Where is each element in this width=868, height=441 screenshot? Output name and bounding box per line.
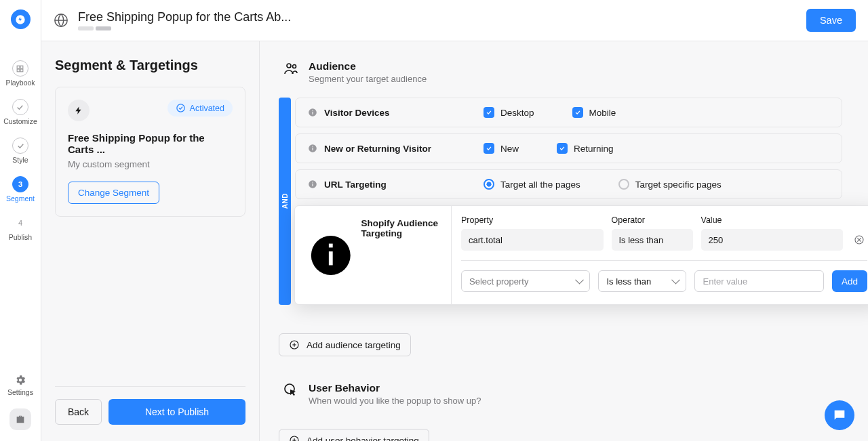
nav-step-style[interactable]: Style <box>12 138 28 164</box>
delete-rule-button[interactable] <box>851 234 867 245</box>
left-heading: Segment & Targetings <box>55 58 245 73</box>
nav-apps-button[interactable] <box>9 408 31 430</box>
nav-step-label: Publish <box>9 233 32 241</box>
nav-step-label: Segment <box>6 194 35 203</box>
col-value: Value <box>701 215 844 225</box>
row-label: New or Returning Visitor <box>324 144 460 154</box>
radio-target-all[interactable]: Target all the pages <box>484 179 580 190</box>
property-select[interactable]: Select property <box>461 270 590 292</box>
segment-card: Activated Free Shipping Popup for the Ca… <box>55 87 245 217</box>
row-label: URL Targeting <box>324 180 460 190</box>
nav-settings[interactable]: Settings <box>7 374 33 396</box>
audience-title: Audience <box>309 60 427 72</box>
rule-operator: Is less than <box>612 229 693 251</box>
behavior-title: User Behavior <box>309 382 481 394</box>
nav-step-customize[interactable]: Customize <box>3 99 37 125</box>
audience-sub: Segment your target audience <box>309 74 427 84</box>
chat-icon <box>832 408 847 423</box>
nav-step-segment[interactable]: 3 Segment <box>6 176 35 203</box>
row-label: Shopify Audience Targeting <box>361 218 439 292</box>
info-icon[interactable] <box>308 108 317 117</box>
row-visitor-type: New or Returning Visitor New Returning <box>295 133 842 163</box>
info-icon[interactable] <box>308 144 317 153</box>
add-behavior-targeting-button[interactable]: Add user behavior targeting <box>279 429 429 441</box>
svg-rect-11 <box>312 148 313 150</box>
behavior-sub: When would you like the popup to show up… <box>309 396 481 406</box>
plus-circle-icon <box>289 339 300 350</box>
add-rule-button[interactable]: Add <box>832 270 867 292</box>
save-button[interactable]: Save <box>806 9 856 32</box>
bolt-icon <box>74 106 83 115</box>
add-audience-targeting-button[interactable]: Add audience targeting <box>279 333 411 356</box>
svg-point-4 <box>176 104 184 112</box>
row-visitor-devices: Visitor Devices Desktop Mobile <box>295 98 842 127</box>
nav-step-label: Style <box>12 156 28 164</box>
page-title: Free Shipping Popup for the Carts Ab... <box>78 10 291 24</box>
and-rail: AND <box>279 98 291 305</box>
svg-point-6 <box>293 65 296 68</box>
row-url-targeting: URL Targeting Target all the pages Targe… <box>295 169 842 199</box>
activated-pill: Activated <box>167 100 233 117</box>
checkbox-returning[interactable]: Returning <box>557 143 614 154</box>
chat-fab[interactable] <box>825 400 854 430</box>
row-shopify-targeting: Shopify Audience Targeting Property Oper… <box>294 205 868 305</box>
title-status-bars <box>78 26 291 30</box>
col-operator: Operator <box>612 215 693 225</box>
info-icon[interactable] <box>307 219 355 292</box>
svg-rect-15 <box>312 182 313 183</box>
svg-rect-1 <box>21 66 24 68</box>
info-icon[interactable] <box>308 180 317 189</box>
nav-step-label: Playbook <box>5 79 35 87</box>
svg-rect-8 <box>312 112 313 114</box>
globe-icon <box>54 13 68 28</box>
audience-section-head: Audience Segment your target audience <box>279 60 842 84</box>
radio-target-specific[interactable]: Target specific pages <box>618 179 722 190</box>
rule-property: cart.total <box>461 229 604 251</box>
cursor-click-icon <box>283 382 299 398</box>
nav-step-publish[interactable]: 4 Publish <box>9 215 32 241</box>
segment-sub: My custom segment <box>68 159 233 169</box>
nav-settings-label: Settings <box>7 388 33 396</box>
step-number: 4 <box>12 215 28 231</box>
svg-rect-9 <box>312 110 313 111</box>
logo[interactable] <box>11 9 31 29</box>
next-button[interactable]: Next to Publish <box>108 399 245 425</box>
targeting-and-block: AND Visitor Devices Desktop Mobile New o… <box>279 98 842 305</box>
checkbox-mobile[interactable]: Mobile <box>572 107 616 118</box>
check-circle-icon <box>176 103 186 113</box>
col-property: Property <box>461 215 604 225</box>
operator-select[interactable]: Is less than <box>598 270 686 292</box>
plus-circle-icon <box>289 435 300 441</box>
svg-rect-3 <box>21 69 24 72</box>
value-input[interactable] <box>694 270 823 292</box>
svg-rect-18 <box>329 244 333 248</box>
step-number: 3 <box>12 176 28 192</box>
svg-rect-2 <box>18 69 20 72</box>
svg-rect-12 <box>312 146 313 147</box>
topbar: Free Shipping Popup for the Carts Ab... … <box>41 0 868 41</box>
segment-icon-wrap <box>68 100 90 121</box>
back-button[interactable]: Back <box>55 399 102 425</box>
checkbox-new[interactable]: New <box>484 143 519 154</box>
rule-value: 250 <box>701 229 844 251</box>
people-icon <box>283 60 299 77</box>
nav-step-label: Customize <box>3 117 37 125</box>
segment-title: Free Shipping Popup for the Carts ... <box>68 132 233 155</box>
svg-rect-0 <box>18 66 20 68</box>
svg-point-5 <box>287 64 291 68</box>
briefcase-icon <box>15 414 26 425</box>
main-content: Audience Segment your target audience AN… <box>260 41 868 441</box>
svg-rect-17 <box>329 251 333 265</box>
row-label: Visitor Devices <box>324 108 460 118</box>
gear-icon <box>14 374 26 386</box>
change-segment-button[interactable]: Change Segment <box>68 182 159 204</box>
activated-label: Activated <box>190 104 224 113</box>
svg-rect-14 <box>312 184 313 186</box>
behavior-section-head: User Behavior When would you like the po… <box>279 382 842 406</box>
left-panel: Segment & Targetings Activated Free Ship… <box>41 41 260 441</box>
nav-step-playbook[interactable]: Playbook <box>5 60 35 87</box>
nav-rail: Playbook Customize Style 3 Segment 4 Pub… <box>0 0 41 441</box>
checkbox-desktop[interactable]: Desktop <box>484 107 534 118</box>
